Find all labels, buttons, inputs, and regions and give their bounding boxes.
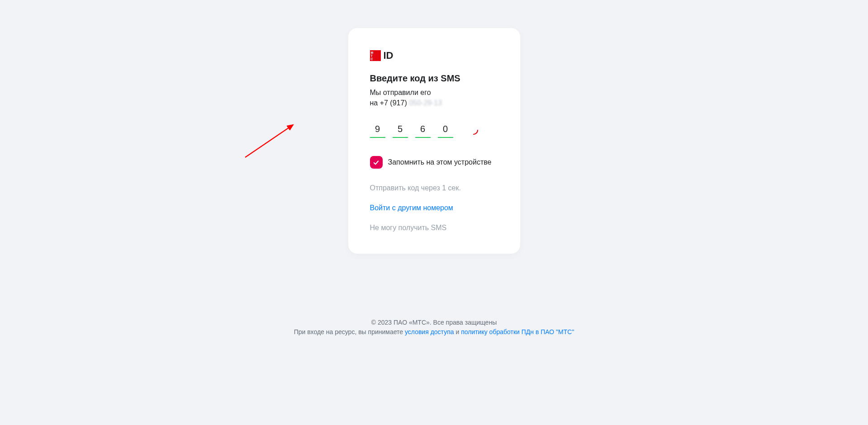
remember-label: Запомнить на этом устройстве [388,158,492,166]
card-title: Введите код из SMS [370,73,498,84]
checkmark-icon [373,159,379,166]
footer-privacy-link[interactable]: политику обработки ПДн в ПАО "МТС" [461,328,574,335]
subtitle-line1: Мы отправили его [370,89,431,96]
remember-checkbox[interactable] [370,156,383,169]
resend-countdown: Отправить код через 1 сек. [370,184,498,192]
footer-accept-line: При входе на ресурс, вы принимаете услов… [0,327,868,337]
subtitle-phone-prefix: на +7 (917) [370,99,409,107]
footer-copyright: © 2023 ПАО «МТС». Все права защищены [0,318,868,327]
code-input-row [370,123,498,138]
code-digit-2[interactable] [393,123,408,138]
logo-row: С ID [370,50,498,61]
loading-spinner-icon [469,125,479,135]
page-footer: © 2023 ПАО «МТС». Все права защищены При… [0,318,868,337]
logo-id-text: ID [384,50,394,61]
svg-line-1 [245,125,293,157]
code-digit-4[interactable] [438,123,453,138]
card-subtitle: Мы отправили его на +7 (917) 050-29-13 [370,87,498,108]
mts-logo-icon: С [370,50,381,61]
code-digit-3[interactable] [415,123,431,138]
footer-and: и [454,328,461,335]
footer-terms-link[interactable]: условия доступа [405,328,454,335]
code-digit-1[interactable] [370,123,385,138]
cant-receive-sms-link[interactable]: Не могу получить SMS [370,224,498,232]
other-number-link[interactable]: Войти с другим номером [370,204,498,212]
subtitle-phone-masked: 050-29-13 [409,99,442,107]
remember-row: Запомнить на этом устройстве [370,156,498,169]
svg-point-0 [470,126,478,134]
footer-accept-prefix: При входе на ресурс, вы принимаете [294,328,405,335]
annotation-arrow-icon [242,111,300,163]
sms-verification-card: С ID Введите код из SMS Мы отправили его… [348,28,520,254]
